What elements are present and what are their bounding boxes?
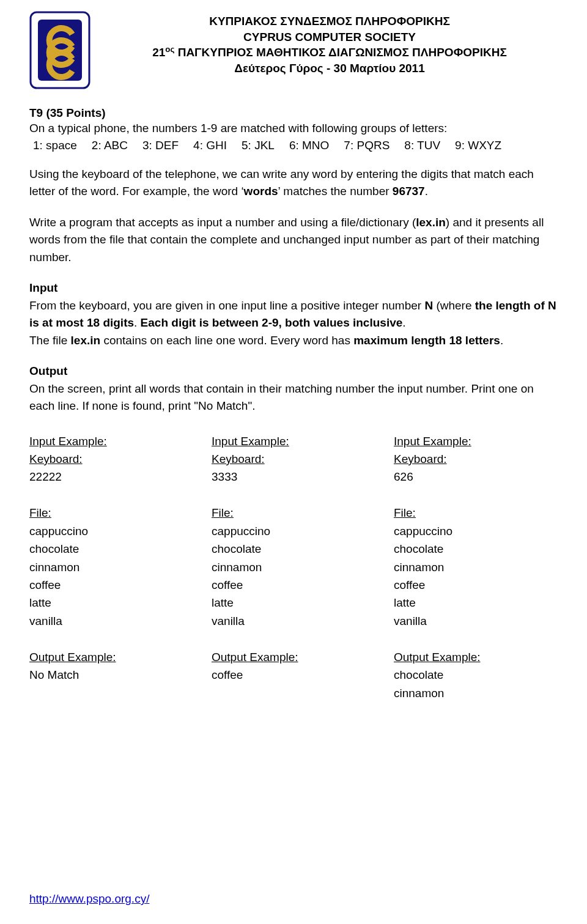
file-word: coffee	[394, 576, 558, 594]
file-word: cappuccino	[29, 522, 193, 540]
file-word: vanilla	[29, 612, 193, 630]
output-heading: Output	[29, 363, 558, 380]
ccs-logo-icon	[29, 11, 90, 89]
header-line-4: Δεύτερος Γύρος - 30 Μαρτίου 2011	[102, 61, 558, 76]
example-keyboard-value: 626	[394, 468, 558, 486]
label-file: File:	[394, 506, 416, 519]
keymap-row: 1: space 2: ABC 3: DEF 4: GHI 5: JKL 6: …	[29, 139, 558, 152]
label-input-example: Input Example:	[29, 435, 107, 448]
file-word: coffee	[29, 576, 193, 594]
header-line-3: 21ος ΠΑΓΚΥΠΡΙΟΣ ΜΑΘΗΤΙΚΟΣ ΔΙΑΓΩΝΙΣΜΟΣ ΠΛ…	[102, 45, 558, 61]
input-heading: Input	[29, 279, 558, 297]
example-column-1: Input Example: Keyboard: 22222 File: cap…	[29, 432, 193, 703]
file-word: chocolate	[394, 540, 558, 558]
file-word: coffee	[212, 576, 375, 594]
header: ΚΥΠΡΙΑΚΟΣ ΣΥΝΔΕΣΜΟΣ ΠΛΗΡΟΦΟΡΙΚΗΣ CYPRUS …	[29, 11, 558, 89]
file-word: vanilla	[394, 612, 558, 630]
file-word: latte	[394, 594, 558, 612]
file-word: chocolate	[29, 540, 193, 558]
label-output-example: Output Example:	[29, 651, 116, 663]
input-description-2: The file lex.in contains on each line on…	[29, 332, 558, 350]
keymap-item: 9: WXYZ	[455, 139, 501, 152]
file-word: latte	[29, 594, 193, 612]
label-keyboard: Keyboard:	[29, 453, 83, 465]
example-keyboard-value: 22222	[29, 468, 193, 486]
output-word: coffee	[212, 666, 375, 684]
file-word: cappuccino	[394, 522, 558, 540]
footer-link[interactable]: http://www.pspo.org.cy/	[29, 892, 149, 906]
example-column-2: Input Example: Keyboard: 3333 File: capp…	[212, 432, 375, 703]
input-description-1: From the keyboard, you are given in one …	[29, 297, 558, 332]
file-word: cappuccino	[212, 522, 375, 540]
example-column-3: Input Example: Keyboard: 626 File: cappu…	[394, 432, 558, 703]
keymap-item: 8: TUV	[404, 139, 440, 152]
example-keyboard-value: 3333	[212, 468, 375, 486]
label-input-example: Input Example:	[394, 435, 471, 448]
problem-title: T9 (35 Points)	[29, 106, 558, 120]
header-line-1: ΚΥΠΡΙΑΚΟΣ ΣΥΝΔΕΣΜΟΣ ΠΛΗΡΟΦΟΡΙΚΗΣ	[102, 13, 558, 29]
keymap-item: 7: PQRS	[344, 139, 389, 152]
header-text: ΚΥΠΡΙΑΚΟΣ ΣΥΝΔΕΣΜΟΣ ΠΛΗΡΟΦΟΡΙΚΗΣ CYPRUS …	[102, 11, 558, 76]
keymap-item: 1: space	[33, 139, 77, 152]
paragraph-task: Write a program that accepts as input a …	[29, 214, 558, 267]
keymap-item: 5: JKL	[242, 139, 275, 152]
keymap-item: 6: MNO	[289, 139, 329, 152]
file-word: cinnamon	[29, 558, 193, 576]
file-word: vanilla	[212, 612, 375, 630]
label-output-example: Output Example:	[212, 651, 298, 663]
label-file: File:	[29, 506, 51, 519]
label-keyboard: Keyboard:	[394, 453, 447, 465]
output-word: chocolate	[394, 666, 558, 684]
keymap-item: 2: ABC	[92, 139, 128, 152]
paragraph-words-example: Using the keyboard of the telephone, we …	[29, 166, 558, 201]
file-word: cinnamon	[394, 558, 558, 576]
output-word: cinnamon	[394, 684, 558, 702]
label-input-example: Input Example:	[212, 435, 289, 448]
examples-row: Input Example: Keyboard: 22222 File: cap…	[29, 432, 558, 703]
file-word: cinnamon	[212, 558, 375, 576]
output-word: No Match	[29, 666, 193, 684]
output-description: On the screen, print all words that cont…	[29, 380, 558, 415]
label-keyboard: Keyboard:	[212, 453, 265, 465]
label-file: File:	[212, 506, 234, 519]
label-output-example: Output Example:	[394, 651, 481, 663]
keymap-item: 4: GHI	[193, 139, 227, 152]
keymap-item: 3: DEF	[142, 139, 179, 152]
file-word: latte	[212, 594, 375, 612]
intro-text: On a typical phone, the numbers 1-9 are …	[29, 120, 558, 138]
file-word: chocolate	[212, 540, 375, 558]
page: ΚΥΠΡΙΑΚΟΣ ΣΥΝΔΕΣΜΟΣ ΠΛΗΡΟΦΟΡΙΚΗΣ CYPRUS …	[0, 0, 587, 924]
header-line-2: CYPRUS COMPUTER SOCIETY	[102, 29, 558, 45]
